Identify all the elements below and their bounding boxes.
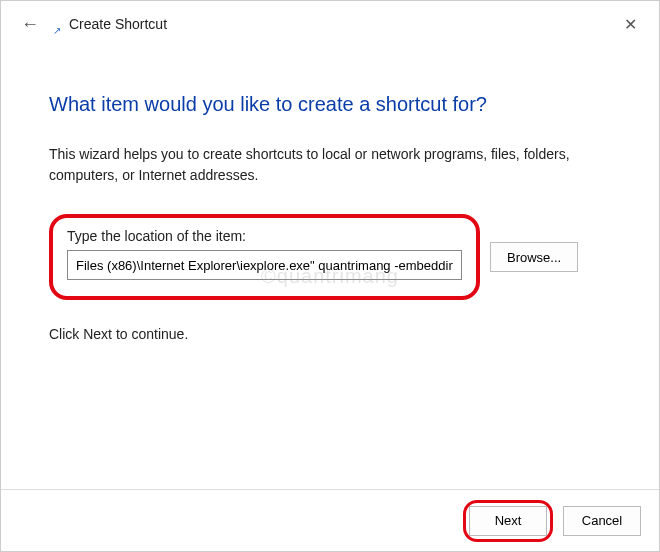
location-input[interactable] xyxy=(67,250,462,280)
page-heading: What item would you like to create a sho… xyxy=(49,93,611,116)
next-highlight: Next xyxy=(463,500,553,542)
back-arrow-icon[interactable]: ← xyxy=(15,10,45,39)
location-row: Type the location of the item: Browse... xyxy=(49,214,611,300)
dialog-title: Create Shortcut xyxy=(69,16,167,32)
create-shortcut-dialog: ← ↗ Create Shortcut ✕ What item would yo… xyxy=(0,0,660,552)
close-icon: ✕ xyxy=(624,16,637,33)
dialog-content: What item would you like to create a sho… xyxy=(1,47,659,489)
description-text: This wizard helps you to create shortcut… xyxy=(49,144,611,186)
shortcut-arrow-icon: ↗ xyxy=(53,25,61,36)
titlebar: ← ↗ Create Shortcut ✕ xyxy=(1,1,659,47)
close-button[interactable]: ✕ xyxy=(616,11,645,38)
next-button[interactable]: Next xyxy=(469,506,547,536)
location-highlight: Type the location of the item: xyxy=(49,214,480,300)
location-label: Type the location of the item: xyxy=(67,228,462,244)
cancel-button[interactable]: Cancel xyxy=(563,506,641,536)
browse-button[interactable]: Browse... xyxy=(490,242,578,272)
continue-instruction: Click Next to continue. xyxy=(49,326,611,342)
dialog-footer: Next Cancel xyxy=(1,489,659,551)
